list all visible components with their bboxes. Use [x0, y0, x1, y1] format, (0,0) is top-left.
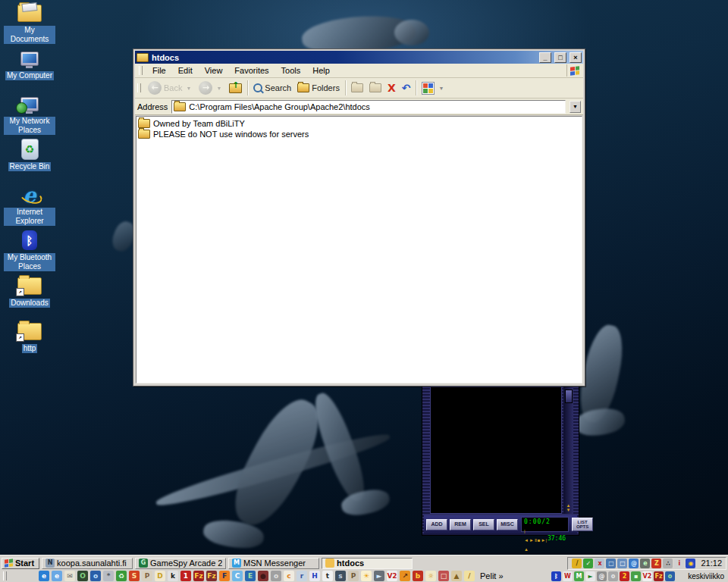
taskbar-task-htdocs[interactable]: htdocs: [322, 558, 413, 569]
quicklaunch-eject-icon[interactable]: ▲: [451, 571, 462, 581]
toolbar-grip[interactable]: [139, 66, 143, 75]
quicklaunch-opera-icon[interactable]: O: [77, 571, 88, 581]
folders-button[interactable]: Folders: [294, 82, 343, 94]
winamp-stop-button[interactable]: ■: [538, 538, 541, 543]
tray-globe-icon[interactable]: o: [608, 571, 618, 581]
close-button[interactable]: ×: [570, 52, 582, 63]
menu-view[interactable]: View: [199, 65, 229, 76]
tray-antivirus-icon[interactable]: ✓: [583, 559, 593, 568]
menu-favorites[interactable]: Favorites: [228, 65, 275, 76]
winamp-list-opts-button[interactable]: LIST OPTS: [572, 518, 593, 531]
desktop-icon-downloads[interactable]: ↗Downloads: [0, 274, 59, 317]
quicklaunch-tux-icon[interactable]: t: [322, 571, 333, 581]
quicklaunch-photo-icon[interactable]: P: [348, 571, 359, 581]
tray-filezilla-icon[interactable]: Fz: [654, 571, 664, 581]
undo-button[interactable]: ↶: [399, 81, 414, 95]
winamp-pause-button[interactable]: Ⅱ: [535, 538, 537, 543]
menu-file[interactable]: File: [146, 65, 172, 76]
quicklaunch-shield-icon[interactable]: s: [335, 571, 346, 581]
quicklaunch-hammer-icon[interactable]: ↗: [400, 571, 410, 581]
up-button[interactable]: [226, 82, 245, 95]
tray-messenger-icon[interactable]: ◉: [686, 559, 695, 568]
quicklaunch-tv-icon[interactable]: □: [438, 571, 449, 581]
quicklaunch-one-icon[interactable]: 1: [180, 571, 191, 581]
quicklaunch-earth-icon[interactable]: E: [245, 571, 256, 581]
quicklaunch-v2-icon[interactable]: V2: [387, 571, 397, 581]
winamp-add-button[interactable]: ADD: [426, 519, 447, 530]
quicklaunch-ie-alt-icon[interactable]: e: [52, 571, 62, 581]
search-button[interactable]: Search: [250, 82, 294, 94]
tray-emule-icon[interactable]: e: [640, 559, 650, 568]
quicklaunch-h-icon[interactable]: H: [309, 571, 320, 581]
quicklaunch-mail-icon[interactable]: ✉: [64, 571, 75, 581]
tray-tool-icon[interactable]: /: [572, 559, 582, 568]
tray-winamp-icon[interactable]: W: [563, 571, 573, 581]
desktop-icon-my-bluetooth-places[interactable]: ᛒMy Bluetooth Places: [0, 229, 59, 271]
quicklaunch-darkred-icon[interactable]: ●: [258, 571, 268, 581]
desktop-icon-recycle-bin[interactable]: ♻Recycle Bin: [0, 138, 59, 180]
quicklaunch-grip[interactable]: [3, 571, 7, 580]
winamp-playlist-area[interactable]: [430, 386, 562, 514]
winamp-previous-button[interactable]: |◄: [524, 529, 529, 543]
file-item[interactable]: PLEASE do NOT use windows for servers: [136, 129, 582, 139]
copy-to-button[interactable]: [366, 82, 384, 94]
desktop-icon-internet-explorer[interactable]: eInternet Explorer: [0, 183, 59, 226]
winamp-sel-button[interactable]: SEL: [473, 519, 494, 530]
quicklaunch-skater-icon[interactable]: k: [168, 571, 178, 581]
quicklaunch-gray-globe-icon[interactable]: o: [271, 571, 281, 581]
tray-v2-icon[interactable]: V2: [642, 571, 652, 581]
quicklaunch-firefox-icon[interactable]: F: [219, 571, 230, 581]
tray-world-icon[interactable]: o: [665, 571, 675, 581]
taskbar-task-koopa-saunalahti-fi-nutty[interactable]: Nkoopa.saunalahti.fi - Nutty: [42, 558, 133, 569]
desktop-icon-my-network-places[interactable]: My Network Places: [0, 92, 59, 135]
desktop-icon-my-documents[interactable]: My Documents: [0, 2, 59, 44]
quicklaunch-ie-icon[interactable]: e: [39, 571, 49, 581]
winamp-rem-button[interactable]: REM: [450, 519, 471, 530]
tray-zonealarm-icon[interactable]: Z: [651, 559, 661, 568]
tray-msn-icon[interactable]: M: [574, 571, 584, 581]
menu-help[interactable]: Help: [306, 65, 336, 76]
back-button[interactable]: ← Back ▼: [145, 80, 196, 96]
quicklaunch-filezilla-icon[interactable]: Fz: [193, 571, 204, 581]
scroll-arrows-icon[interactable]: ▲▼: [563, 503, 573, 512]
start-button[interactable]: Start: [2, 558, 39, 569]
quicklaunch-contact-icon[interactable]: c: [284, 571, 294, 581]
tray-bluetooth-icon[interactable]: ᛒ: [551, 571, 561, 581]
views-button[interactable]: ▼: [419, 80, 448, 96]
winamp-play-button[interactable]: ►: [529, 538, 534, 543]
desktop-icon-http[interactable]: ↗http: [0, 320, 59, 362]
winamp-misc-button[interactable]: MISC: [497, 519, 518, 530]
file-list-view[interactable]: Owned by Team dBiLiTYPLEASE do NOT use w…: [136, 116, 582, 383]
tray-network2-icon[interactable]: □: [617, 559, 627, 568]
address-combo[interactable]: C:\Program Files\Apache Group\Apache2\ht…: [171, 100, 566, 114]
tray-agent-icon[interactable]: 2: [620, 571, 629, 581]
quicklaunch-player-icon[interactable]: ►: [374, 571, 384, 581]
winamp-next-button[interactable]: ►|: [541, 538, 547, 543]
winamp-eject-button[interactable]: ▲: [524, 547, 529, 552]
tray-alert-icon[interactable]: i: [674, 559, 684, 568]
quicklaunch-filezilla-server-icon[interactable]: Fz: [206, 571, 217, 581]
taskbar-task-msn-messenger[interactable]: MMSN Messenger: [228, 558, 319, 569]
tray-swirl-icon[interactable]: @: [597, 571, 607, 581]
quicklaunch-remote-icon[interactable]: r: [297, 571, 307, 581]
quicklaunch-recycle-globe-icon[interactable]: ♻: [116, 571, 127, 581]
quicklaunch-weather-icon[interactable]: C: [232, 571, 243, 581]
winamp-playlist-window[interactable]: ▲▼ ADDREMSELMISC 0:00/2 |◄►Ⅱ■►|▲ 37:46 L…: [422, 386, 579, 536]
chevron-icon[interactable]: »: [498, 571, 503, 580]
tray-network-icon[interactable]: □: [606, 559, 616, 568]
file-item[interactable]: Owned by Team dBiLiTY: [136, 118, 582, 129]
quicklaunch-sun-icon[interactable]: ☀: [361, 571, 372, 581]
address-dropdown-button[interactable]: ▼: [570, 101, 581, 113]
quicklaunch-sun2-icon[interactable]: ☼: [425, 571, 436, 581]
forward-button[interactable]: → ▼: [196, 80, 226, 96]
title-bar[interactable]: htdocs _ □ ×: [135, 51, 583, 64]
quicklaunch-b-icon[interactable]: b: [413, 571, 423, 581]
quicklaunch-dib-icon[interactable]: D: [155, 571, 165, 581]
quicklaunch-globe-icon[interactable]: o: [90, 571, 101, 581]
menu-edit[interactable]: Edit: [172, 65, 199, 76]
quicklaunch-image-icon[interactable]: P: [142, 571, 152, 581]
maximize-button[interactable]: □: [554, 52, 566, 63]
taskbar-task-gamespy-arcade-2-0-3[interactable]: GGameSpy Arcade 2.0.3 (...: [135, 558, 226, 569]
menu-tools[interactable]: Tools: [275, 65, 307, 76]
tray-record-icon[interactable]: ►: [585, 571, 595, 581]
